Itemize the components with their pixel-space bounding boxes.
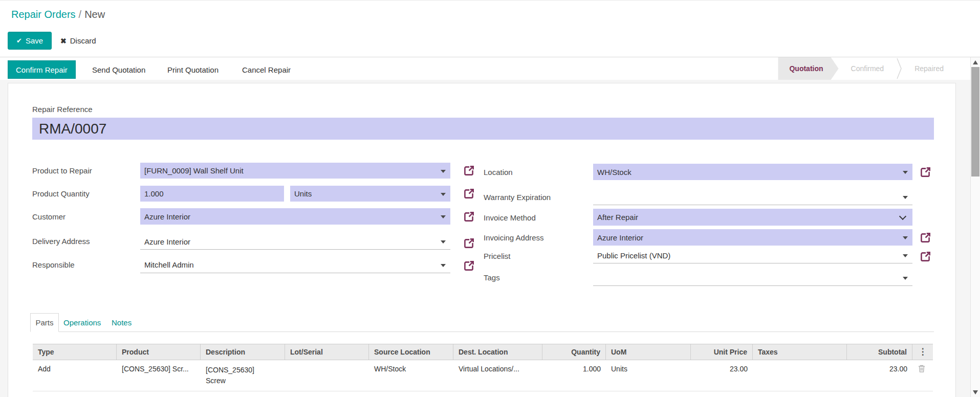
dropdown-caret-icon[interactable] bbox=[903, 254, 908, 257]
external-link-icon[interactable] bbox=[462, 164, 475, 178]
product-quantity-field[interactable]: 1.000 bbox=[140, 186, 284, 202]
product-to-repair-field[interactable]: [FURN_0009] Wall Shelf Unit bbox=[140, 163, 450, 179]
dropdown-caret-icon[interactable] bbox=[903, 196, 908, 199]
external-link-icon[interactable] bbox=[919, 166, 932, 179]
column-header-product[interactable]: Product bbox=[117, 344, 201, 360]
close-icon: ✖ bbox=[60, 37, 67, 45]
warranty-expiration-field[interactable] bbox=[593, 189, 912, 205]
confirm-repair-button[interactable]: Confirm Repair bbox=[8, 60, 76, 79]
column-header-quantity[interactable]: Quantity bbox=[542, 344, 606, 360]
column-header-source-location[interactable]: Source Location bbox=[369, 344, 453, 360]
label-customer: Customer bbox=[32, 212, 66, 221]
invoicing-address-field[interactable]: Azure Interior bbox=[593, 229, 912, 246]
statusbar: Quotation Confirmed Repaired bbox=[778, 57, 956, 80]
tab-parts[interactable]: Parts bbox=[30, 313, 59, 332]
tags-field[interactable] bbox=[593, 270, 912, 286]
cell-type[interactable]: Add bbox=[33, 360, 117, 391]
stage-quotation[interactable]: Quotation bbox=[778, 57, 838, 80]
column-header-description[interactable]: Description bbox=[201, 344, 285, 360]
cell-source-location[interactable]: WH/Stock bbox=[369, 360, 453, 391]
column-header-dest-location[interactable]: Dest. Location bbox=[453, 344, 542, 360]
customer-value: Azure Interior bbox=[144, 212, 190, 221]
tab-notes[interactable]: Notes bbox=[112, 313, 132, 332]
product-uom-value: Units bbox=[294, 189, 312, 198]
parts-table-header: Type Product Description Lot/Serial Sour… bbox=[33, 344, 933, 360]
column-header-subtotal[interactable]: Subtotal bbox=[847, 344, 912, 360]
cell-taxes[interactable] bbox=[753, 360, 847, 391]
external-link-icon[interactable] bbox=[462, 237, 475, 250]
breadcrumb-repair-orders-link[interactable]: Repair Orders bbox=[11, 9, 76, 20]
dropdown-caret-icon[interactable] bbox=[903, 277, 908, 280]
pricelist-value: Public Pricelist (VND) bbox=[597, 251, 670, 260]
invoice-method-value: After Repair bbox=[597, 213, 638, 222]
print-quotation-button[interactable]: Print Quotation bbox=[167, 60, 219, 79]
responsible-field[interactable]: Mitchell Admin bbox=[140, 257, 450, 273]
breadcrumb-current: New bbox=[84, 9, 105, 20]
label-location: Location bbox=[484, 168, 513, 177]
pricelist-field[interactable]: Public Pricelist (VND) bbox=[593, 248, 912, 263]
repair-reference-label: Repair Reference bbox=[32, 105, 93, 114]
external-link-icon[interactable] bbox=[919, 231, 932, 245]
dropdown-caret-icon[interactable] bbox=[441, 215, 446, 218]
dropdown-caret-icon[interactable] bbox=[441, 193, 446, 196]
cell-uom[interactable]: Units bbox=[606, 360, 691, 391]
external-link-icon[interactable] bbox=[462, 259, 475, 273]
breadcrumb-separator: / bbox=[76, 9, 85, 20]
delivery-address-value: Azure Interior bbox=[144, 237, 190, 246]
scrollbar-thumb[interactable] bbox=[971, 67, 979, 177]
column-header-unit-price[interactable]: Unit Price bbox=[691, 344, 753, 360]
column-header-type[interactable]: Type bbox=[33, 344, 117, 360]
delivery-address-field[interactable]: Azure Interior bbox=[140, 234, 450, 250]
external-link-icon[interactable] bbox=[919, 250, 932, 263]
column-options-icon[interactable]: ⋮ bbox=[918, 344, 928, 360]
send-quotation-button[interactable]: Send Quotation bbox=[92, 60, 145, 79]
invoice-method-select[interactable]: After Repair bbox=[593, 209, 912, 226]
cell-subtotal[interactable]: 23.00 bbox=[847, 360, 912, 391]
column-header-uom[interactable]: UoM bbox=[606, 344, 691, 360]
save-button[interactable]: ✔ Save bbox=[8, 32, 52, 50]
tabbar-divider bbox=[32, 332, 934, 332]
external-link-icon[interactable] bbox=[462, 210, 475, 224]
description-line-1: [CONS_25630] bbox=[206, 365, 280, 376]
repair-reference-field[interactable]: RMA/0007 bbox=[32, 118, 934, 140]
stage-confirmed[interactable]: Confirmed bbox=[839, 57, 897, 80]
dropdown-caret-icon[interactable] bbox=[441, 170, 446, 173]
column-options-header: ⋮ bbox=[912, 344, 933, 360]
external-link-icon[interactable] bbox=[462, 187, 475, 201]
invoicing-address-value: Azure Interior bbox=[597, 233, 643, 242]
cell-product[interactable]: [CONS_25630] Scr... bbox=[117, 360, 201, 391]
discard-button-label: Discard bbox=[70, 36, 96, 45]
location-field[interactable]: WH/Stock bbox=[593, 164, 912, 180]
repair-order-form-page: Repair Orders/New ✔ Save ✖ Discard Confi… bbox=[0, 0, 980, 397]
product-to-repair-value: [FURN_0009] Wall Shelf Unit bbox=[144, 166, 244, 175]
column-header-taxes[interactable]: Taxes bbox=[753, 344, 847, 360]
column-header-lot-serial[interactable]: Lot/Serial bbox=[285, 344, 369, 360]
save-button-label: Save bbox=[26, 36, 43, 45]
dropdown-caret-icon[interactable] bbox=[903, 236, 908, 239]
dropdown-caret-icon[interactable] bbox=[903, 171, 908, 174]
tab-operations[interactable]: Operations bbox=[63, 313, 101, 332]
cell-quantity[interactable]: 1.000 bbox=[542, 360, 606, 391]
description-line-2: Screw bbox=[206, 376, 280, 386]
chevron-down-icon[interactable] bbox=[899, 212, 906, 219]
scroll-down-icon[interactable] bbox=[973, 390, 978, 394]
customer-field[interactable]: Azure Interior bbox=[140, 208, 450, 225]
dropdown-caret-icon[interactable] bbox=[441, 264, 446, 267]
label-product-quantity: Product Quantity bbox=[32, 189, 90, 198]
delete-row-icon[interactable] bbox=[918, 364, 926, 373]
cell-lot-serial[interactable] bbox=[285, 360, 369, 391]
cancel-repair-button[interactable]: Cancel Repair bbox=[242, 60, 291, 79]
responsible-value: Mitchell Admin bbox=[144, 260, 194, 269]
label-invoicing-address: Invoicing Address bbox=[484, 233, 544, 242]
label-product-to-repair: Product to Repair bbox=[32, 166, 92, 175]
scroll-up-icon[interactable] bbox=[973, 60, 978, 64]
table-row[interactable]: Add [CONS_25630] Scr... [CONS_25630] Scr… bbox=[33, 360, 933, 391]
product-uom-field[interactable]: Units bbox=[290, 186, 450, 202]
discard-button[interactable]: ✖ Discard bbox=[60, 32, 96, 50]
stage-repaired[interactable]: Repaired bbox=[902, 57, 956, 80]
cell-description[interactable]: [CONS_25630] Screw bbox=[201, 360, 285, 391]
cell-dest-location[interactable]: Virtual Locations/... bbox=[453, 360, 542, 391]
dropdown-caret-icon[interactable] bbox=[441, 240, 446, 244]
cell-unit-price[interactable]: 23.00 bbox=[691, 360, 753, 391]
label-invoice-method: Invoice Method bbox=[484, 213, 536, 222]
